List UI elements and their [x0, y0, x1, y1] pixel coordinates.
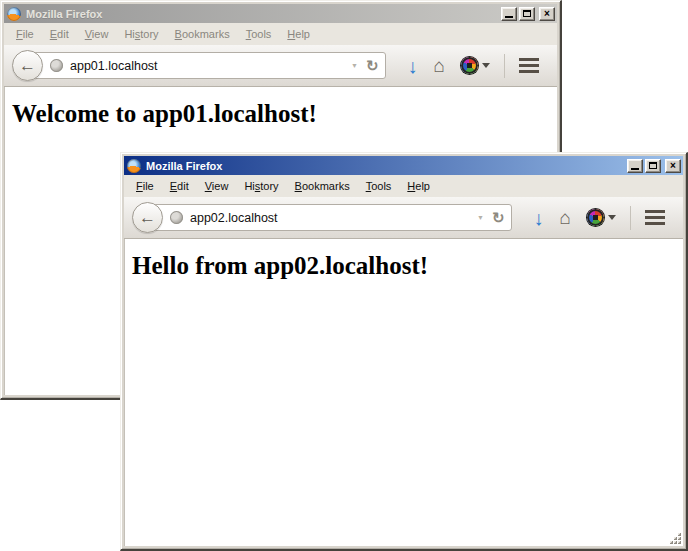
menu-item-bookmarks[interactable]: Bookmarks — [167, 25, 238, 43]
minimize-icon — [631, 168, 639, 170]
toolbar-separator — [504, 54, 505, 78]
menu-item-file[interactable]: File — [8, 25, 42, 43]
url-bar[interactable]: app01.localhost ▼ ↻ — [27, 52, 386, 79]
title-bar[interactable]: Mozilla Firefox × — [4, 4, 557, 23]
window-title: Mozilla Firefox — [146, 160, 627, 172]
menu-item-view[interactable]: View — [197, 177, 237, 195]
page-content: Hello from app02.localhost! — [124, 239, 683, 546]
menu-bar: File Edit View History Bookmarks Tools H… — [124, 175, 683, 197]
menu-item-history[interactable]: History — [236, 177, 286, 195]
firefox-logo-icon — [7, 7, 21, 21]
maximize-icon — [649, 162, 657, 169]
reload-icon[interactable]: ↻ — [362, 58, 379, 73]
menu-item-edit[interactable]: Edit — [42, 25, 77, 43]
color-wheel-extension-icon — [587, 209, 604, 226]
menu-item-view[interactable]: View — [77, 25, 117, 43]
site-identity-globe-icon[interactable] — [170, 211, 183, 224]
home-icon[interactable]: ⌂ — [560, 208, 571, 227]
url-dropdown-icon[interactable]: ▼ — [473, 214, 488, 221]
menu-item-edit[interactable]: Edit — [162, 177, 197, 195]
home-icon[interactable]: ⌂ — [434, 56, 445, 75]
back-button[interactable]: ← — [132, 202, 163, 233]
maximize-button[interactable] — [645, 159, 661, 173]
page-heading: Hello from app02.localhost! — [132, 252, 675, 280]
menu-item-tools[interactable]: Tools — [238, 25, 280, 43]
menu-item-file[interactable]: File — [128, 177, 162, 195]
window-title: Mozilla Firefox — [26, 8, 501, 20]
url-dropdown-icon[interactable]: ▼ — [347, 62, 362, 69]
navigation-toolbar: ← app01.localhost ▼ ↻ ↓ ⌂ — [4, 45, 557, 87]
chevron-down-icon — [482, 63, 490, 68]
minimize-button[interactable] — [501, 7, 517, 21]
title-bar[interactable]: Mozilla Firefox × — [124, 156, 683, 175]
site-identity-globe-icon[interactable] — [50, 59, 63, 72]
hamburger-menu-icon[interactable] — [645, 210, 665, 225]
resize-grip[interactable] — [668, 531, 681, 544]
page-heading: Welcome to app01.localhost! — [12, 100, 549, 128]
menu-item-history[interactable]: History — [116, 25, 166, 43]
maximize-button[interactable] — [519, 7, 535, 21]
menu-bar: File Edit View History Bookmarks Tools H… — [4, 23, 557, 45]
menu-item-tools[interactable]: Tools — [358, 177, 400, 195]
toolbar-separator — [630, 206, 631, 230]
url-text[interactable]: app02.localhost — [190, 211, 473, 225]
color-wheel-extension-icon — [461, 57, 478, 74]
extension-button[interactable] — [587, 209, 616, 226]
menu-item-help[interactable]: Help — [279, 25, 318, 43]
extension-button[interactable] — [461, 57, 490, 74]
close-button[interactable]: × — [665, 159, 681, 173]
downloads-icon[interactable]: ↓ — [534, 208, 544, 228]
hamburger-menu-icon[interactable] — [519, 58, 539, 73]
menu-item-bookmarks[interactable]: Bookmarks — [287, 177, 358, 195]
browser-window-app02: Mozilla Firefox × File Edit View History… — [120, 152, 688, 551]
navigation-toolbar: ← app02.localhost ▼ ↻ ↓ ⌂ — [124, 197, 683, 239]
chevron-down-icon — [608, 215, 616, 220]
menu-item-help[interactable]: Help — [399, 177, 438, 195]
url-bar[interactable]: app02.localhost ▼ ↻ — [147, 204, 512, 231]
url-text[interactable]: app01.localhost — [70, 59, 347, 73]
downloads-icon[interactable]: ↓ — [408, 56, 418, 76]
minimize-button[interactable] — [627, 159, 643, 173]
firefox-logo-icon — [127, 159, 141, 173]
back-button[interactable]: ← — [12, 50, 43, 81]
maximize-icon — [523, 10, 531, 17]
minimize-icon — [505, 16, 513, 18]
reload-icon[interactable]: ↻ — [488, 210, 505, 225]
close-button[interactable]: × — [539, 7, 555, 21]
